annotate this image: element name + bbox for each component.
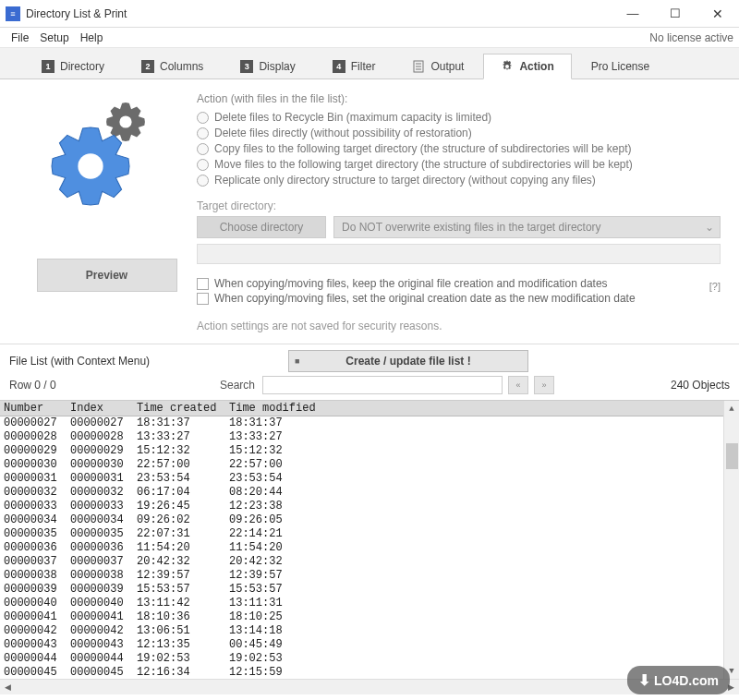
tab-directory[interactable]: 1Directory <box>24 54 122 78</box>
tab-action[interactable]: Action <box>483 54 571 79</box>
minimize-button[interactable]: — <box>612 0 654 28</box>
cell-time-modified: 20:42:32 <box>225 555 739 569</box>
search-next-button[interactable]: » <box>534 376 554 394</box>
overwrite-select[interactable]: Do NOT overwrite existing files in the t… <box>333 216 721 238</box>
tab-display[interactable]: 3Display <box>223 54 312 78</box>
action-option-1[interactable]: Delete files directly (without possibili… <box>197 127 721 139</box>
table-row[interactable]: 000000360000003611:54:2011:54:20 <box>0 541 739 555</box>
table-row[interactable]: 000000270000002718:31:3718:31:37 <box>0 416 739 430</box>
help-icon[interactable]: [?] <box>709 281 721 292</box>
cell-index: 00000040 <box>67 597 133 610</box>
watermark: ⬇ LO4D.com <box>627 666 730 694</box>
license-status: No license active <box>649 31 733 44</box>
svg-point-5 <box>119 115 131 127</box>
col-index[interactable]: Index <box>67 401 133 416</box>
table-row[interactable]: 000000340000003409:26:0209:26:05 <box>0 513 739 527</box>
action-check-1[interactable]: When copying/moving files, set the origi… <box>197 292 721 305</box>
scroll-left-icon[interactable]: ◀ <box>0 682 16 692</box>
scroll-thumb[interactable] <box>726 443 738 469</box>
table-row[interactable]: 000000290000002915:12:3215:12:32 <box>0 444 739 458</box>
cell-time-created: 15:12:32 <box>133 444 225 458</box>
cell-time-created: 09:26:02 <box>133 513 225 527</box>
window-title: Directory List & Print <box>26 7 612 20</box>
filelist-header: File List (with Context Menu) <box>9 355 279 368</box>
action-option-2[interactable]: Copy files to the following target direc… <box>197 142 721 155</box>
cell-index: 00000033 <box>67 500 133 513</box>
table-row[interactable]: 000000370000003720:42:3220:42:32 <box>0 555 739 569</box>
table-row[interactable]: 000000390000003915:53:5715:53:57 <box>0 583 739 597</box>
search-input[interactable] <box>262 376 503 394</box>
table-row[interactable]: 000000310000003123:53:5423:53:54 <box>0 472 739 486</box>
cell-number: 00000041 <box>0 610 67 624</box>
cell-number: 00000034 <box>0 513 67 527</box>
table-row[interactable]: 000000350000003522:07:3122:14:21 <box>0 527 739 541</box>
col-number[interactable]: Number <box>0 401 67 416</box>
cell-index: 00000030 <box>67 458 133 472</box>
action-panel: Preview Action (with files in the file l… <box>0 79 739 340</box>
tab-pro-license[interactable]: Pro License <box>574 54 667 78</box>
cell-time-created: 19:26:45 <box>133 500 225 513</box>
search-label: Search <box>220 379 255 392</box>
table-row[interactable]: 000000320000003206:17:0408:20:44 <box>0 486 739 500</box>
table-row[interactable]: 000000400000004013:11:4213:11:31 <box>0 597 739 610</box>
svg-point-4 <box>505 65 509 68</box>
radio-label: Delete files to Recycle Bin (maximum cap… <box>214 111 491 124</box>
radio-label: Move files to the following target direc… <box>214 158 633 171</box>
check-label: When copying/moving files, set the origi… <box>214 292 636 305</box>
tab-output[interactable]: Output <box>394 54 481 78</box>
tab-label: Display <box>259 60 295 73</box>
cell-index: 00000032 <box>67 486 133 500</box>
action-option-0[interactable]: Delete files to Recycle Bin (maximum cap… <box>197 111 721 124</box>
col-time-created[interactable]: Time created <box>133 401 225 416</box>
close-button[interactable]: ✕ <box>697 0 739 28</box>
tab-columns[interactable]: 2Columns <box>124 54 221 78</box>
cell-number: 00000028 <box>0 430 67 444</box>
cell-time-modified: 15:53:57 <box>225 583 739 597</box>
cell-time-modified: 12:23:38 <box>225 500 739 513</box>
menu-file[interactable]: File <box>6 30 34 46</box>
radio-icon <box>197 175 209 187</box>
table-row[interactable]: 000000440000004419:02:5319:02:53 <box>0 652 739 666</box>
preview-button[interactable]: Preview <box>37 259 177 292</box>
tab-number-icon: 2 <box>141 60 154 73</box>
cell-index: 00000038 <box>67 569 133 583</box>
table-row[interactable]: 000000330000003319:26:4512:23:38 <box>0 500 739 513</box>
cell-index: 00000042 <box>67 624 133 638</box>
cell-index: 00000043 <box>67 638 133 652</box>
table-row[interactable]: 000000430000004312:13:3500:45:49 <box>0 638 739 652</box>
create-update-button[interactable]: ■ Create / update file list ! <box>288 350 528 372</box>
action-option-3[interactable]: Move files to the following target direc… <box>197 158 721 171</box>
choose-directory-button[interactable]: Choose directory <box>197 216 326 238</box>
maximize-button[interactable]: ☐ <box>654 0 697 28</box>
target-path-field[interactable] <box>197 244 721 264</box>
doc-icon <box>412 60 425 73</box>
cell-number: 00000044 <box>0 652 67 666</box>
menu-setup[interactable]: Setup <box>34 30 74 46</box>
col-time-modified[interactable]: Time modified <box>225 401 739 416</box>
cell-time-modified: 13:14:18 <box>225 624 739 638</box>
table-row[interactable]: 000000420000004213:06:5113:14:18 <box>0 624 739 638</box>
table-row[interactable]: 000000410000004118:10:3618:10:25 <box>0 610 739 624</box>
tab-label: Output <box>430 60 464 73</box>
action-check-0[interactable]: When copying/moving files, keep the orig… <box>197 277 721 290</box>
tab-label: Columns <box>160 60 203 73</box>
action-heading: Action (with files in the file list): <box>197 92 721 105</box>
table-row[interactable]: 000000280000002813:33:2713:33:27 <box>0 430 739 444</box>
vertical-scrollbar[interactable]: ▲ ▼ <box>723 401 739 679</box>
radio-icon <box>197 143 209 155</box>
cell-index: 00000037 <box>67 555 133 569</box>
cell-time-created: 18:31:37 <box>133 416 225 430</box>
table-row[interactable]: 000000300000003022:57:0022:57:00 <box>0 458 739 472</box>
action-option-4[interactable]: Replicate only directory structure to ta… <box>197 174 721 187</box>
tab-filter[interactable]: 4Filter <box>315 54 394 78</box>
search-prev-button[interactable]: « <box>508 376 528 394</box>
table-row[interactable]: 000000380000003812:39:5712:39:57 <box>0 569 739 583</box>
file-table: Number Index Time created Time modified … <box>0 400 739 679</box>
cell-number: 00000042 <box>0 624 67 638</box>
tab-label: Directory <box>60 60 104 73</box>
target-directory-label: Target directory: <box>197 199 721 212</box>
scroll-up-icon[interactable]: ▲ <box>724 401 739 416</box>
object-count: 240 Objects <box>671 379 730 392</box>
menu-help[interactable]: Help <box>75 30 109 46</box>
cell-number: 00000036 <box>0 541 67 555</box>
